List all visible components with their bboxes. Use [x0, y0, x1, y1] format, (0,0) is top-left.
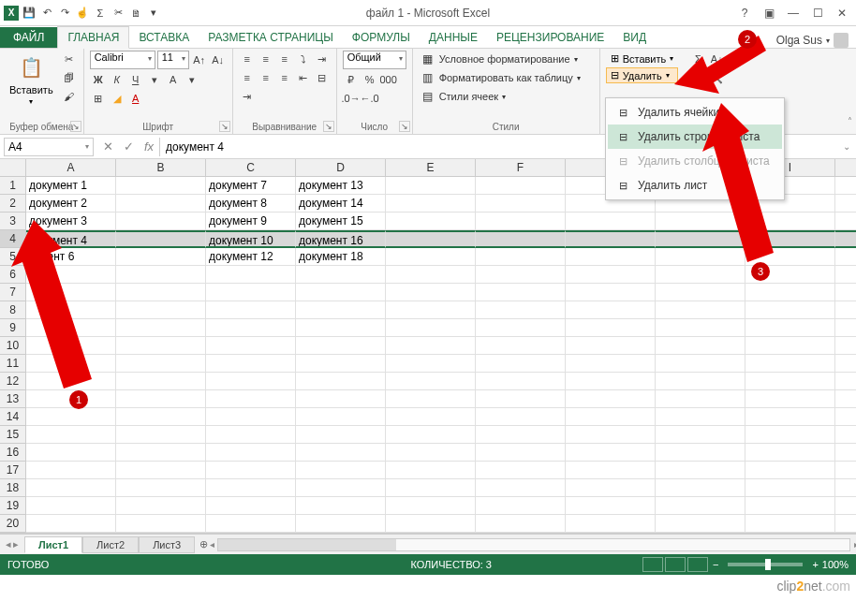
- cell-B7[interactable]: [116, 284, 206, 301]
- column-header-B[interactable]: B: [116, 159, 206, 177]
- cell-D20[interactable]: [296, 515, 386, 533]
- cell-D4[interactable]: документ 16: [296, 230, 386, 248]
- cell-I18[interactable]: [745, 479, 835, 497]
- cell-J19[interactable]: [835, 497, 856, 515]
- cell-J12[interactable]: [835, 373, 856, 390]
- cell-F17[interactable]: [476, 462, 566, 479]
- cell-E3[interactable]: [386, 213, 476, 230]
- select-all-corner[interactable]: [0, 159, 26, 177]
- row-header-18[interactable]: 18: [0, 479, 26, 497]
- cell-D2[interactable]: документ 14: [296, 195, 386, 213]
- cell-B1[interactable]: [116, 177, 206, 195]
- format-painter-button[interactable]: 🖌: [61, 88, 78, 105]
- cell-G6[interactable]: [566, 266, 656, 284]
- cell-E19[interactable]: [386, 497, 476, 515]
- cell-C20[interactable]: [206, 515, 296, 533]
- cell-E7[interactable]: [386, 284, 476, 301]
- insert-cells-button[interactable]: ⊞Вставить▾: [606, 51, 679, 66]
- cell-G18[interactable]: [566, 479, 656, 497]
- cell-B6[interactable]: [116, 266, 206, 284]
- row-header-17[interactable]: 17: [0, 462, 26, 479]
- cell-A20[interactable]: [26, 515, 116, 533]
- row-header-1[interactable]: 1: [0, 177, 26, 195]
- view-page-break-icon[interactable]: [687, 557, 708, 572]
- tab-formulas[interactable]: ФОРМУЛЫ: [343, 27, 420, 48]
- merge-cells-icon[interactable]: ⊟: [314, 69, 331, 86]
- cell-F15[interactable]: [476, 426, 566, 444]
- cell-C10[interactable]: [206, 337, 296, 355]
- cell-B3[interactable]: [116, 213, 206, 230]
- cell-D3[interactable]: документ 15: [296, 213, 386, 230]
- underline-button[interactable]: Ч: [127, 71, 144, 88]
- cell-F10[interactable]: [476, 337, 566, 355]
- redo-icon[interactable]: ↷: [57, 6, 72, 21]
- cell-J11[interactable]: [835, 355, 856, 373]
- cell-H8[interactable]: [656, 301, 745, 319]
- cell-B15[interactable]: [116, 426, 206, 444]
- cell-G5[interactable]: [566, 248, 656, 266]
- cell-I16[interactable]: [745, 444, 835, 462]
- comma-icon[interactable]: 000: [380, 71, 397, 88]
- cell-D9[interactable]: [296, 319, 386, 337]
- cell-D19[interactable]: [296, 497, 386, 515]
- cell-A1[interactable]: документ 1: [26, 177, 116, 195]
- cell-F11[interactable]: [476, 355, 566, 373]
- cell-E6[interactable]: [386, 266, 476, 284]
- formula-expand-icon[interactable]: ⌄: [837, 141, 856, 152]
- cell-E8[interactable]: [386, 301, 476, 319]
- copy-button[interactable]: 🗐: [61, 69, 78, 86]
- qat-customize-icon[interactable]: ▾: [146, 6, 161, 21]
- cell-C19[interactable]: [206, 497, 296, 515]
- cell-J14[interactable]: [835, 408, 856, 426]
- cell-C18[interactable]: [206, 479, 296, 497]
- autosum-icon[interactable]: Σ: [93, 6, 108, 21]
- cell-J6[interactable]: [835, 266, 856, 284]
- cell-F6[interactable]: [476, 266, 566, 284]
- cell-J15[interactable]: [835, 426, 856, 444]
- cell-F9[interactable]: [476, 319, 566, 337]
- cell-G19[interactable]: [566, 497, 656, 515]
- row-header-15[interactable]: 15: [0, 426, 26, 444]
- cell-I19[interactable]: [745, 497, 835, 515]
- cell-C11[interactable]: [206, 355, 296, 373]
- cell-B12[interactable]: [116, 373, 206, 390]
- cell-J13[interactable]: [835, 390, 856, 408]
- borders-button[interactable]: ⊞: [90, 90, 107, 107]
- cell-C2[interactable]: документ 8: [206, 195, 296, 213]
- view-page-layout-icon[interactable]: [665, 557, 686, 572]
- align-bottom-icon[interactable]: ≡: [276, 51, 293, 67]
- cell-C16[interactable]: [206, 444, 296, 462]
- cell-G10[interactable]: [566, 337, 656, 355]
- cell-I15[interactable]: [745, 426, 835, 444]
- insert-function-icon[interactable]: fx: [139, 137, 159, 157]
- cell-B4[interactable]: [116, 230, 206, 248]
- column-header-D[interactable]: D: [296, 159, 386, 177]
- cell-D12[interactable]: [296, 373, 386, 390]
- cell-D5[interactable]: документ 18: [296, 248, 386, 266]
- tab-insert[interactable]: ВСТАВКА: [129, 27, 199, 48]
- align-center-icon[interactable]: ≡: [258, 69, 274, 86]
- cell-F2[interactable]: [476, 195, 566, 213]
- cell-C9[interactable]: [206, 319, 296, 337]
- cell-F5[interactable]: [476, 248, 566, 266]
- cell-D15[interactable]: [296, 426, 386, 444]
- cell-H11[interactable]: [656, 355, 745, 373]
- cell-B18[interactable]: [116, 479, 206, 497]
- cell-G9[interactable]: [566, 319, 656, 337]
- wrap-text-icon[interactable]: ⇥: [314, 51, 331, 67]
- cell-B19[interactable]: [116, 497, 206, 515]
- decrease-font-icon[interactable]: A↓: [210, 51, 227, 68]
- increase-decimal-icon[interactable]: .0→: [343, 90, 360, 107]
- cell-J3[interactable]: [835, 213, 856, 230]
- cancel-formula-icon[interactable]: ✕: [97, 137, 118, 157]
- paste-button[interactable]: 📋 Вставить ▾: [6, 51, 57, 108]
- cell-D10[interactable]: [296, 337, 386, 355]
- user-dropdown-icon[interactable]: ▾: [826, 37, 830, 45]
- cell-C1[interactable]: документ 7: [206, 177, 296, 195]
- format-as-table-button[interactable]: ▥Форматировать как таблицу▾: [419, 69, 594, 86]
- cell-H20[interactable]: [656, 515, 745, 533]
- cell-J17[interactable]: [835, 462, 856, 479]
- ribbon-collapse-icon[interactable]: ˄: [848, 116, 852, 126]
- cell-E18[interactable]: [386, 479, 476, 497]
- column-header-E[interactable]: E: [386, 159, 476, 177]
